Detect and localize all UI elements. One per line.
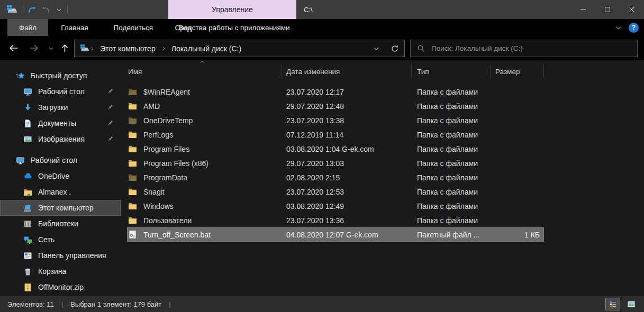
- sidebar-item-onedrive[interactable]: OneDrive: [0, 168, 121, 184]
- file-type: Папка с файлами: [412, 173, 491, 182]
- details-view-button[interactable]: [605, 298, 620, 310]
- pin-icon: [106, 88, 114, 95]
- file-date: 23.07.2020 12:53: [282, 188, 412, 196]
- back-button[interactable]: [6, 36, 21, 60]
- onedrive-cloud-icon: [23, 172, 32, 181]
- recycle-bin-icon: [23, 267, 32, 276]
- navigation-pane: Быстрый доступ Рабочий стол Загрузки Док…: [0, 60, 121, 296]
- up-button[interactable]: [57, 36, 72, 60]
- file-name: PerfLogs: [143, 131, 173, 139]
- ribbon-controls: ?: [614, 19, 639, 36]
- table-row[interactable]: Program Files (x86) 29.07.2020 13:03 Пап…: [127, 156, 544, 170]
- selection-info: Выбран 1 элемент: 179 байт: [70, 300, 161, 308]
- file-size: 1 КБ: [491, 231, 544, 239]
- folder-icon: [128, 144, 137, 153]
- close-button[interactable]: [620, 0, 644, 19]
- explorer-window: Управление C:\ Файл Главная Поделиться В…: [0, 0, 644, 312]
- tab-app-tools[interactable]: Средства работы с приложениями: [168, 19, 296, 36]
- minimize-ribbon-icon[interactable]: [614, 24, 622, 32]
- file-type: Папка с файлами: [412, 188, 491, 196]
- folder-icon: [128, 102, 137, 111]
- file-date: 04.08.2020 12:07 G-ek.com: [282, 231, 412, 239]
- help-button[interactable]: ?: [629, 23, 639, 33]
- file-date: 23.07.2020 12:17: [282, 88, 412, 96]
- table-row[interactable]: PerfLogs 07.12.2019 11:14 Папка с файлам…: [127, 127, 544, 142]
- control-panel-icon: [23, 251, 32, 260]
- column-header-name[interactable]: Имя: [127, 65, 282, 78]
- quick-access-star-icon: [16, 71, 25, 80]
- file-name: ProgramData: [143, 173, 187, 182]
- breadcrumb-local-disk-c[interactable]: Локальный диск (C:): [167, 44, 247, 53]
- breadcrumb-this-pc[interactable]: Этот компьютер: [95, 44, 160, 53]
- file-date: 07.12.2019 11:14: [282, 131, 412, 139]
- file-list: Имя Дата изменения Тип Размер $WinREAgen…: [121, 60, 644, 296]
- sidebar-item-desktop-root[interactable]: Рабочий стол: [0, 152, 121, 168]
- status-bar: Элементов: 11 | Выбран 1 элемент: 179 ба…: [0, 296, 644, 312]
- sidebar-item-quick-access[interactable]: Быстрый доступ: [0, 68, 121, 84]
- tab-home[interactable]: Главная: [48, 19, 101, 36]
- file-name: OneDriveTemp: [143, 116, 193, 125]
- sidebar-item-libraries[interactable]: Библиотеки: [0, 216, 121, 232]
- column-header-date[interactable]: Дата изменения: [282, 65, 412, 78]
- file-name: AMD: [143, 102, 160, 111]
- breadcrumb-chevron-icon[interactable]: [160, 45, 167, 52]
- search-icon: [417, 44, 425, 52]
- address-bar[interactable]: Этот компьютер Локальный диск (C:): [74, 40, 405, 57]
- undo-button[interactable]: [27, 5, 37, 14]
- column-header-size[interactable]: Размер: [491, 65, 544, 78]
- file-type: Папка с файлами: [412, 145, 491, 153]
- tab-share[interactable]: Поделиться: [101, 19, 166, 36]
- file-type: Папка с файлами: [412, 116, 491, 125]
- table-row[interactable]: $WinREAgent 23.07.2020 12:17 Папка с фай…: [127, 85, 544, 99]
- file-type: Папка с файлами: [412, 88, 491, 96]
- minimize-button[interactable]: [571, 0, 595, 19]
- file-name: Turn_off_Screen.bat: [143, 231, 211, 239]
- sidebar-item-pictures[interactable]: Изображения: [0, 131, 121, 147]
- redo-button[interactable]: [41, 5, 51, 14]
- table-row[interactable]: ProgramData 02.08.2020 2:15 Папка с файл…: [127, 170, 544, 185]
- file-rows: $WinREAgent 23.07.2020 12:17 Папка с фай…: [127, 85, 544, 242]
- folder-icon: [128, 187, 137, 196]
- tab-file[interactable]: Файл: [7, 19, 48, 36]
- customize-qat-dropdown-icon[interactable]: [56, 6, 62, 13]
- recent-locations-dropdown-icon[interactable]: [43, 36, 58, 60]
- file-type: Папка с файлами: [412, 102, 491, 111]
- breadcrumb-chevron-icon[interactable]: [89, 45, 95, 52]
- table-row[interactable]: Пользователи 23.07.2020 13:36 Папка с фа…: [127, 213, 544, 227]
- sidebar-item-offmonitor-zip[interactable]: OffMonitor.zip: [0, 279, 121, 295]
- file-date: 02.08.2020 2:15: [282, 173, 412, 182]
- table-row[interactable]: OneDriveTemp 23.07.2020 13:38 Папка с фа…: [127, 113, 544, 127]
- sidebar-item-recycle-bin[interactable]: Корзина: [0, 263, 121, 279]
- address-dropdown-icon[interactable]: [373, 45, 380, 52]
- contextual-tab-group[interactable]: Управление: [168, 0, 296, 19]
- sidebar-item-user-almanex[interactable]: Almanex .: [0, 184, 121, 200]
- forward-button[interactable]: [26, 36, 41, 60]
- file-name: Program Files (x86): [143, 159, 208, 168]
- ribbon-tab-row: Файл Главная Поделиться Вид Средства раб…: [0, 19, 644, 36]
- thumbnails-view-button[interactable]: [624, 298, 639, 310]
- file-type: Папка с файлами: [412, 159, 491, 168]
- sidebar-item-documents[interactable]: Документы: [0, 115, 121, 131]
- items-count: Элементов: 11: [7, 300, 54, 308]
- file-name: $WinREAgent: [143, 88, 190, 96]
- table-row[interactable]: Program Files 03.08.2020 1:04 G-ek.com П…: [127, 142, 544, 156]
- refresh-icon[interactable]: [391, 44, 399, 53]
- search-input[interactable]: [431, 44, 631, 52]
- folder-icon: [128, 130, 137, 139]
- sidebar-item-desktop-pinned[interactable]: Рабочий стол: [0, 84, 121, 99]
- file-type: Папка с файлами: [412, 216, 491, 225]
- batch-file-icon: [128, 230, 137, 239]
- table-row[interactable]: Windows 03.08.2020 12:49 Папка с файлами: [127, 199, 544, 213]
- table-row[interactable]: AMD 29.07.2020 12:48 Папка с файлами: [127, 99, 544, 113]
- pin-icon: [106, 120, 114, 127]
- table-row[interactable]: Snagit 23.07.2020 12:53 Папка с файлами: [127, 185, 544, 199]
- sidebar-item-network[interactable]: Сеть: [0, 232, 121, 247]
- maximize-button[interactable]: [595, 0, 620, 19]
- this-pc-icon[interactable]: [6, 4, 17, 15]
- sidebar-item-control-panel[interactable]: Панель управления: [0, 247, 121, 263]
- window-title: C:\: [304, 0, 313, 19]
- sidebar-item-this-pc[interactable]: Этот компьютер: [0, 200, 121, 216]
- table-row-selected[interactable]: Turn_off_Screen.bat 04.08.2020 12:07 G-e…: [127, 227, 544, 242]
- column-header-type[interactable]: Тип: [412, 65, 491, 78]
- sidebar-item-downloads[interactable]: Загрузки: [0, 99, 121, 115]
